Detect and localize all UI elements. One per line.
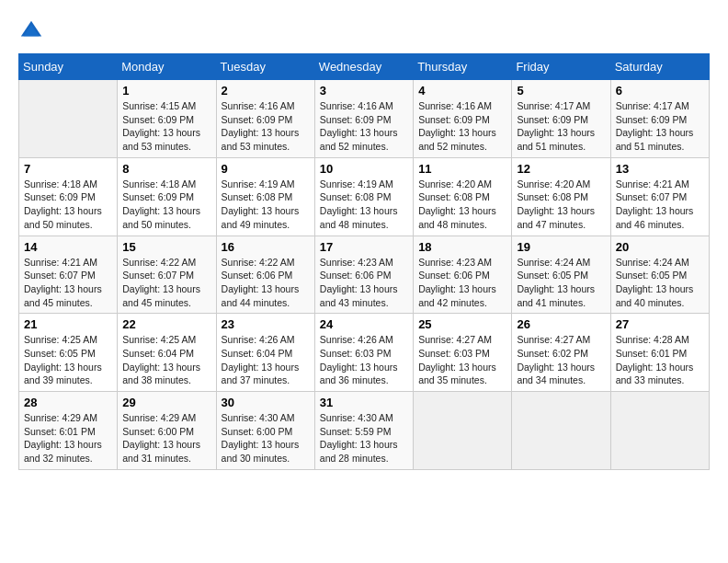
day-number: 21 [24, 317, 112, 331]
calendar-cell: 4Sunrise: 4:16 AMSunset: 6:09 PMDaylight… [414, 80, 512, 158]
cell-info: Sunrise: 4:21 AMSunset: 6:07 PMDaylight:… [616, 178, 704, 232]
cell-info: Sunrise: 4:27 AMSunset: 6:03 PMDaylight:… [418, 333, 506, 387]
day-number: 14 [24, 240, 112, 254]
calendar-cell: 22Sunrise: 4:25 AMSunset: 6:04 PMDayligh… [118, 314, 216, 392]
day-number: 22 [122, 317, 210, 331]
cell-info: Sunrise: 4:16 AMSunset: 6:09 PMDaylight:… [222, 99, 310, 154]
day-number: 9 [222, 162, 310, 176]
page-header [18, 18, 710, 44]
day-number: 19 [517, 240, 605, 254]
day-number: 13 [616, 162, 704, 176]
logo-icon [18, 18, 44, 44]
day-number: 10 [320, 162, 408, 176]
calendar-cell [19, 80, 118, 158]
day-number: 31 [320, 396, 408, 409]
day-number: 18 [418, 240, 506, 254]
calendar-cell: 23Sunrise: 4:26 AMSunset: 6:04 PMDayligh… [216, 314, 314, 392]
cell-info: Sunrise: 4:27 AMSunset: 6:02 PMDaylight:… [517, 333, 605, 387]
calendar-cell: 13Sunrise: 4:21 AMSunset: 6:07 PMDayligh… [610, 157, 709, 236]
calendar-cell [512, 392, 610, 470]
calendar-cell: 25Sunrise: 4:27 AMSunset: 6:03 PMDayligh… [414, 314, 512, 392]
calendar-cell: 21Sunrise: 4:25 AMSunset: 6:05 PMDayligh… [19, 314, 118, 392]
calendar-cell: 27Sunrise: 4:28 AMSunset: 6:01 PMDayligh… [610, 314, 709, 392]
calendar-cell: 2Sunrise: 4:16 AMSunset: 6:09 PMDaylight… [216, 80, 314, 158]
weekday-header-thursday: Thursday [414, 54, 512, 80]
day-number: 8 [122, 162, 210, 176]
cell-info: Sunrise: 4:19 AMSunset: 6:08 PMDaylight:… [222, 178, 310, 232]
cell-info: Sunrise: 4:18 AMSunset: 6:09 PMDaylight:… [122, 178, 210, 232]
day-number: 20 [616, 240, 704, 254]
cell-info: Sunrise: 4:23 AMSunset: 6:06 PMDaylight:… [320, 256, 408, 310]
calendar-cell: 7Sunrise: 4:18 AMSunset: 6:09 PMDaylight… [19, 157, 118, 236]
weekday-header-saturday: Saturday [610, 54, 709, 80]
weekday-header-wednesday: Wednesday [314, 54, 413, 80]
cell-info: Sunrise: 4:30 AMSunset: 6:00 PMDaylight:… [222, 411, 310, 465]
cell-info: Sunrise: 4:18 AMSunset: 6:09 PMDaylight:… [24, 178, 112, 232]
cell-info: Sunrise: 4:30 AMSunset: 5:59 PMDaylight:… [320, 411, 408, 465]
calendar-cell: 3Sunrise: 4:16 AMSunset: 6:09 PMDaylight… [314, 80, 413, 158]
calendar-cell: 31Sunrise: 4:30 AMSunset: 5:59 PMDayligh… [314, 392, 413, 470]
calendar-cell: 9Sunrise: 4:19 AMSunset: 6:08 PMDaylight… [216, 157, 314, 236]
day-number: 1 [122, 84, 210, 98]
calendar-week-row: 1Sunrise: 4:15 AMSunset: 6:09 PMDaylight… [19, 80, 710, 158]
calendar-cell: 20Sunrise: 4:24 AMSunset: 6:05 PMDayligh… [610, 236, 709, 314]
calendar-week-row: 21Sunrise: 4:25 AMSunset: 6:05 PMDayligh… [19, 314, 710, 392]
calendar-cell: 17Sunrise: 4:23 AMSunset: 6:06 PMDayligh… [314, 236, 413, 314]
calendar-week-row: 28Sunrise: 4:29 AMSunset: 6:01 PMDayligh… [19, 392, 710, 470]
day-number: 12 [517, 162, 605, 176]
calendar-cell: 1Sunrise: 4:15 AMSunset: 6:09 PMDaylight… [118, 80, 216, 158]
calendar-cell: 6Sunrise: 4:17 AMSunset: 6:09 PMDaylight… [610, 80, 709, 158]
calendar-cell: 26Sunrise: 4:27 AMSunset: 6:02 PMDayligh… [512, 314, 610, 392]
day-number: 29 [122, 396, 210, 409]
calendar-cell: 11Sunrise: 4:20 AMSunset: 6:08 PMDayligh… [414, 157, 512, 236]
day-number: 7 [24, 162, 112, 176]
calendar-cell: 30Sunrise: 4:30 AMSunset: 6:00 PMDayligh… [216, 392, 314, 470]
cell-info: Sunrise: 4:22 AMSunset: 6:07 PMDaylight:… [122, 256, 210, 310]
cell-info: Sunrise: 4:25 AMSunset: 6:05 PMDaylight:… [24, 333, 112, 387]
day-number: 27 [616, 317, 704, 331]
calendar-week-row: 14Sunrise: 4:21 AMSunset: 6:07 PMDayligh… [19, 236, 710, 314]
day-number: 3 [320, 84, 408, 98]
cell-info: Sunrise: 4:26 AMSunset: 6:03 PMDaylight:… [320, 333, 408, 387]
day-number: 16 [222, 240, 310, 254]
day-number: 28 [24, 396, 112, 409]
calendar-cell: 28Sunrise: 4:29 AMSunset: 6:01 PMDayligh… [19, 392, 118, 470]
cell-info: Sunrise: 4:23 AMSunset: 6:06 PMDaylight:… [418, 256, 506, 310]
calendar-cell: 24Sunrise: 4:26 AMSunset: 6:03 PMDayligh… [314, 314, 413, 392]
calendar-week-row: 7Sunrise: 4:18 AMSunset: 6:09 PMDaylight… [19, 157, 710, 236]
calendar-cell: 16Sunrise: 4:22 AMSunset: 6:06 PMDayligh… [216, 236, 314, 314]
calendar-cell [414, 392, 512, 470]
weekday-header-monday: Monday [118, 54, 216, 80]
logo [18, 18, 48, 44]
day-number: 11 [418, 162, 506, 176]
cell-info: Sunrise: 4:29 AMSunset: 6:01 PMDaylight:… [24, 411, 112, 465]
calendar-cell: 8Sunrise: 4:18 AMSunset: 6:09 PMDaylight… [118, 157, 216, 236]
cell-info: Sunrise: 4:19 AMSunset: 6:08 PMDaylight:… [320, 178, 408, 232]
calendar-table: SundayMondayTuesdayWednesdayThursdayFrid… [18, 53, 710, 470]
calendar-cell: 15Sunrise: 4:22 AMSunset: 6:07 PMDayligh… [118, 236, 216, 314]
cell-info: Sunrise: 4:26 AMSunset: 6:04 PMDaylight:… [222, 333, 310, 387]
calendar-cell: 12Sunrise: 4:20 AMSunset: 6:08 PMDayligh… [512, 157, 610, 236]
day-number: 17 [320, 240, 408, 254]
weekday-header-tuesday: Tuesday [216, 54, 314, 80]
cell-info: Sunrise: 4:25 AMSunset: 6:04 PMDaylight:… [122, 333, 210, 387]
cell-info: Sunrise: 4:20 AMSunset: 6:08 PMDaylight:… [517, 178, 605, 232]
calendar-cell: 18Sunrise: 4:23 AMSunset: 6:06 PMDayligh… [414, 236, 512, 314]
weekday-header-row: SundayMondayTuesdayWednesdayThursdayFrid… [19, 54, 710, 80]
cell-info: Sunrise: 4:24 AMSunset: 6:05 PMDaylight:… [517, 256, 605, 310]
cell-info: Sunrise: 4:16 AMSunset: 6:09 PMDaylight:… [418, 99, 506, 154]
day-number: 6 [616, 84, 704, 98]
day-number: 2 [222, 84, 310, 98]
cell-info: Sunrise: 4:28 AMSunset: 6:01 PMDaylight:… [616, 333, 704, 387]
cell-info: Sunrise: 4:29 AMSunset: 6:00 PMDaylight:… [122, 411, 210, 465]
calendar-cell: 19Sunrise: 4:24 AMSunset: 6:05 PMDayligh… [512, 236, 610, 314]
cell-info: Sunrise: 4:17 AMSunset: 6:09 PMDaylight:… [616, 99, 704, 154]
weekday-header-sunday: Sunday [19, 54, 118, 80]
calendar-cell: 14Sunrise: 4:21 AMSunset: 6:07 PMDayligh… [19, 236, 118, 314]
calendar-cell: 29Sunrise: 4:29 AMSunset: 6:00 PMDayligh… [118, 392, 216, 470]
day-number: 15 [122, 240, 210, 254]
calendar-cell: 10Sunrise: 4:19 AMSunset: 6:08 PMDayligh… [314, 157, 413, 236]
day-number: 25 [418, 317, 506, 331]
cell-info: Sunrise: 4:22 AMSunset: 6:06 PMDaylight:… [222, 256, 310, 310]
cell-info: Sunrise: 4:24 AMSunset: 6:05 PMDaylight:… [616, 256, 704, 310]
